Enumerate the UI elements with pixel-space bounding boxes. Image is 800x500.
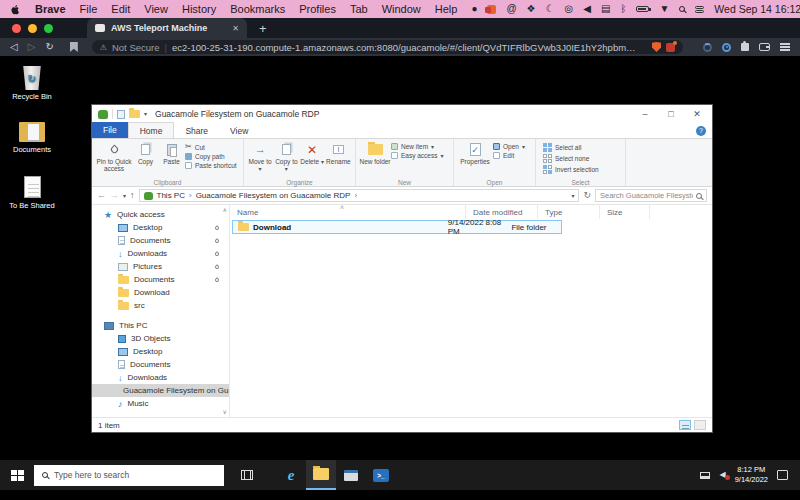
- edit-button[interactable]: Edit: [493, 152, 525, 159]
- taskbar-clock[interactable]: 8:12 PM 9/14/2022: [735, 465, 768, 485]
- battery-icon[interactable]: [636, 6, 649, 12]
- tab-home[interactable]: Home: [128, 122, 175, 138]
- sidebar-item-pc-downloads[interactable]: ↓ Downloads: [92, 371, 229, 384]
- taskbar-search-input[interactable]: [54, 470, 216, 480]
- sidebar-section-this-pc[interactable]: This PC: [92, 319, 229, 332]
- apple-icon[interactable]: [10, 4, 21, 15]
- sync-icon[interactable]: [703, 43, 712, 52]
- menu-icon[interactable]: [780, 43, 790, 51]
- tab-close-icon[interactable]: ✕: [232, 24, 239, 33]
- file-row-download[interactable]: Download 9/14/2022 8:08 PM File folder: [232, 220, 562, 234]
- new-tab-button[interactable]: +: [259, 21, 267, 36]
- breadcrumb-this-pc[interactable]: This PC: [157, 191, 185, 200]
- taskbar-file-explorer[interactable]: [306, 460, 336, 490]
- action-center-icon[interactable]: [777, 470, 788, 480]
- not-secure-label[interactable]: Not Secure: [112, 42, 160, 53]
- screen-record-icon[interactable]: ●: [471, 4, 477, 14]
- sidebar-item-pictures[interactable]: Pictures: [92, 260, 229, 273]
- tab-share[interactable]: Share: [174, 124, 219, 138]
- start-button[interactable]: [0, 460, 34, 490]
- paste-button[interactable]: Paste: [158, 142, 185, 176]
- close-window-button[interactable]: [12, 24, 21, 33]
- quick-access-properties-icon[interactable]: [117, 110, 125, 119]
- column-type[interactable]: Type: [538, 205, 600, 219]
- sidebar-item-src[interactable]: src: [92, 299, 229, 312]
- browser-tab[interactable]: AWS Teleport Machine ✕: [87, 18, 247, 38]
- menu-view[interactable]: View: [144, 3, 168, 15]
- bookmark-icon[interactable]: [70, 42, 78, 52]
- sidebar-item-3d-objects[interactable]: 3D Objects: [92, 332, 229, 345]
- pin-to-quick-access-button[interactable]: Pin to Quick access: [95, 142, 133, 176]
- url-text[interactable]: ec2-100-25-31-190.compute-1.amazonaws.co…: [172, 42, 647, 53]
- help-icon[interactable]: ?: [696, 126, 706, 136]
- do-not-disturb-icon[interactable]: ☾: [546, 4, 555, 14]
- screen-share-icon[interactable]: [487, 5, 496, 14]
- nav-forward-icon[interactable]: →: [110, 191, 119, 200]
- explorer-search-box[interactable]: [595, 189, 707, 202]
- wifi-icon[interactable]: ▼: [659, 4, 669, 14]
- column-name[interactable]: Name ˄: [230, 205, 466, 219]
- select-none-button[interactable]: Select none: [543, 154, 599, 163]
- nav-up-icon[interactable]: ↑: [130, 191, 135, 200]
- nav-back-icon[interactable]: ←: [97, 191, 106, 200]
- easy-access-button[interactable]: Easy access ▾: [391, 152, 444, 159]
- sidebar-item-pc-desktop[interactable]: Desktop: [92, 345, 229, 358]
- delete-button[interactable]: ✕ Delete ▾: [300, 142, 325, 176]
- muted-speaker-icon[interactable]: ◀: [719, 471, 725, 479]
- address-dropdown-icon[interactable]: ▾: [571, 193, 574, 199]
- cut-button[interactable]: ✂ Cut: [185, 143, 237, 151]
- menu-tab[interactable]: Tab: [350, 3, 368, 15]
- column-date-modified[interactable]: Date modified: [466, 205, 538, 219]
- back-icon[interactable]: ◁: [10, 42, 18, 52]
- chevron-down-icon[interactable]: ▾: [144, 111, 147, 117]
- minimize-window-button[interactable]: [28, 24, 37, 33]
- minimize-button[interactable]: –: [632, 109, 658, 119]
- target-icon[interactable]: [722, 43, 731, 52]
- volume-icon[interactable]: ◀: [583, 4, 591, 14]
- refresh-icon[interactable]: ↻: [583, 191, 591, 200]
- open-button[interactable]: Open ▾: [493, 143, 525, 150]
- forward-icon[interactable]: ▷: [28, 42, 36, 52]
- tab-file[interactable]: File: [92, 122, 128, 138]
- control-center-icon[interactable]: [695, 6, 704, 13]
- taskbar-internet-explorer[interactable]: e: [276, 460, 306, 490]
- sidebar-item-desktop[interactable]: Desktop: [92, 221, 229, 234]
- sidebar-section-quick-access[interactable]: ★ Quick access: [92, 208, 229, 221]
- select-all-button[interactable]: Select all: [543, 143, 599, 152]
- desktop-icon-to-be-shared[interactable]: To Be Shared: [0, 176, 64, 210]
- menubar-clock[interactable]: Wed Sep 14 16:12: [714, 3, 800, 15]
- sidebar-item-download-folder[interactable]: Download: [92, 286, 229, 299]
- network-icon[interactable]: [700, 472, 710, 479]
- invert-selection-button[interactable]: Invert selection: [543, 165, 599, 174]
- menu-window[interactable]: Window: [382, 3, 421, 15]
- sidebar-item-music[interactable]: ♪ Music: [92, 397, 229, 410]
- extension-badge-icon[interactable]: [666, 43, 675, 52]
- extensions-icon[interactable]: [741, 43, 749, 51]
- move-to-button[interactable]: → Move to ▾: [247, 142, 273, 176]
- wallet-icon[interactable]: [759, 43, 770, 51]
- menu-help[interactable]: Help: [435, 3, 458, 15]
- keyboard-icon[interactable]: ▤: [601, 4, 610, 14]
- sidebar-item-downloads[interactable]: ↓ Downloads: [92, 247, 229, 260]
- sidebar-item-pc-documents[interactable]: Documents: [92, 358, 229, 371]
- properties-button[interactable]: ✓ Properties: [457, 142, 493, 176]
- brave-shield-icon[interactable]: [652, 42, 661, 52]
- menu-brave[interactable]: Brave: [35, 3, 66, 15]
- close-button[interactable]: ✕: [684, 109, 710, 119]
- menu-edit[interactable]: Edit: [111, 3, 130, 15]
- location-icon[interactable]: ◎: [565, 4, 574, 14]
- desktop-icon-recycle-bin[interactable]: ↻ Recycle Bin: [0, 66, 64, 101]
- taskbar-server-manager[interactable]: [336, 460, 366, 490]
- window-layout-icon[interactable]: ❖: [527, 4, 536, 14]
- taskbar-powershell[interactable]: >_: [366, 460, 396, 490]
- sidebar-item-documents-folder[interactable]: Documents: [92, 273, 229, 286]
- menu-history[interactable]: History: [182, 3, 216, 15]
- rename-button[interactable]: I Rename: [325, 142, 352, 176]
- thumbnails-view-icon[interactable]: [694, 420, 706, 430]
- task-view-button[interactable]: [232, 460, 262, 490]
- quick-access-folder-icon[interactable]: [129, 110, 140, 118]
- sidebar-item-documents[interactable]: Documents: [92, 234, 229, 247]
- menu-bookmarks[interactable]: Bookmarks: [230, 3, 285, 15]
- zoom-window-button[interactable]: [44, 24, 53, 33]
- maximize-button[interactable]: □: [658, 109, 684, 119]
